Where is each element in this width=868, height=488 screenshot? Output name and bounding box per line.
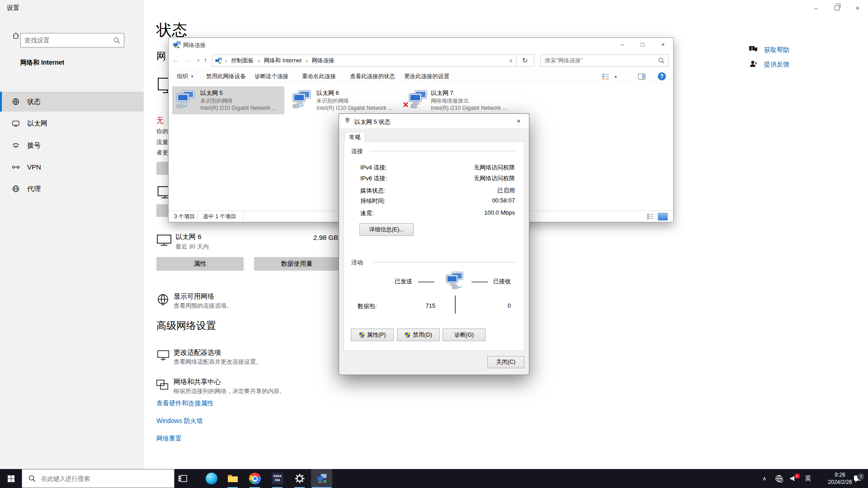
nc-search-box[interactable] xyxy=(540,54,669,67)
nc-minimize-button[interactable]: – xyxy=(612,38,632,51)
hardware-properties-link[interactable]: 查看硬件和连接属性 xyxy=(156,399,213,408)
connection-group-label: 连接 xyxy=(351,147,363,155)
warning-line-fragment: 你的 xyxy=(156,127,168,136)
nc-search-input[interactable] xyxy=(541,57,658,64)
adapter-ethernet6[interactable]: 以太网 6 未识别的网络 Intel(R) I210 Gigabit Netwo… xyxy=(288,86,401,114)
ethernet6-icon xyxy=(156,234,174,250)
network-adapter-icon xyxy=(407,89,429,110)
breadcrumb-network-internet[interactable]: 网络和 Internet xyxy=(263,57,302,65)
sidebar-proxy-label: 代理 xyxy=(27,185,41,193)
sidebar-item-vpn[interactable]: VPN xyxy=(0,157,144,177)
breadcrumb-separator: › xyxy=(302,57,311,64)
taskbar-sima-button[interactable]: SIMA RM xyxy=(267,469,288,488)
settings-search-input[interactable] xyxy=(21,37,113,44)
settings-close-button[interactable]: × xyxy=(847,0,868,15)
adapter-device: Intel(R) I210 Gigabit Network ... xyxy=(431,105,507,111)
file-explorer-icon xyxy=(227,473,239,484)
view-dropdown-icon[interactable]: ▼ xyxy=(614,75,618,79)
taskbar-chrome-button[interactable] xyxy=(244,469,265,488)
dialog-titlebar[interactable]: 以太网 5 状态 × xyxy=(339,114,529,128)
tray-show-hidden-icons-button[interactable]: ∧ xyxy=(759,469,770,488)
properties-button[interactable]: 属性 xyxy=(156,257,244,271)
uac-shield-icon xyxy=(405,332,410,338)
taskbar-search-input[interactable] xyxy=(40,475,174,483)
nav-history-chevron-icon[interactable]: ∨ xyxy=(197,58,200,63)
network-reset-link[interactable]: 网络重置 xyxy=(156,435,182,443)
forward-icon[interactable]: → xyxy=(185,56,192,64)
view-details-icon[interactable] xyxy=(602,73,609,80)
sharing-center-title[interactable]: 网络和共享中心 xyxy=(174,378,221,386)
dialog-diagnose-button[interactable]: 诊断(G) xyxy=(443,328,486,341)
activity-dash xyxy=(472,282,488,282)
data-usage-button[interactable]: 数据使用量 xyxy=(254,257,340,271)
get-help-link[interactable]: 获取帮助 xyxy=(764,46,789,54)
tray-language-indicator[interactable]: 英 xyxy=(801,469,815,488)
taskbar-file-explorer-button[interactable] xyxy=(222,469,243,488)
adapter-ethernet7[interactable]: × 以太网 7 网络电缆被拔出 Intel(R) I210 Gigabit Ne… xyxy=(403,86,515,114)
packets-received-value: 0 xyxy=(473,302,511,309)
adapter-options-title[interactable]: 更改适配器选项 xyxy=(174,348,221,357)
start-button[interactable] xyxy=(0,469,22,488)
tray-network-button[interactable] xyxy=(772,469,786,488)
toolbar-view-status[interactable]: 查看此连接的状态 xyxy=(350,69,395,84)
task-view-button[interactable] xyxy=(172,469,193,488)
breadcrumb[interactable]: › 控制面板 › 网络和 Internet › 网络连接 ∨ xyxy=(212,54,517,67)
up-icon[interactable]: ↑ xyxy=(204,56,208,64)
search-icon[interactable] xyxy=(113,37,120,44)
search-icon[interactable] xyxy=(658,57,665,64)
sima-rm-icon: SIMA RM xyxy=(272,473,283,484)
nc-close-button[interactable]: × xyxy=(653,38,673,51)
tab-general[interactable]: 常规 xyxy=(344,132,365,142)
address-dropdown-icon[interactable]: ∨ xyxy=(509,58,513,64)
sidebar-item-proxy[interactable]: 代理 xyxy=(0,179,144,199)
show-networks-title[interactable]: 显示可用网络 xyxy=(174,292,214,301)
taskbar-edge-button[interactable] xyxy=(201,469,222,488)
adapter-ethernet5[interactable]: 以太网 5 未识别的网络 Intel(R) I210 Gigabit Netwo… xyxy=(172,86,284,114)
taskbar-settings-button[interactable] xyxy=(289,469,310,488)
organize-menu[interactable]: 组织 ▼ xyxy=(177,69,194,84)
refresh-button[interactable]: ↻ xyxy=(516,54,534,67)
help-icon[interactable]: ? xyxy=(658,72,666,80)
ipv6-label: IPv6 连接: xyxy=(360,174,387,183)
toolbar-change-settings[interactable]: 更改此连接的设置 xyxy=(404,69,449,84)
dialog-title: 以太网 5 状态 xyxy=(354,118,390,126)
sidebar-item-status[interactable]: 状态 xyxy=(0,92,144,112)
sidebar-dialup-label: 拨号 xyxy=(27,141,41,150)
breadcrumb-control-panel[interactable]: 控制面板 xyxy=(230,57,255,65)
feedback-link[interactable]: 提供反馈 xyxy=(764,61,789,69)
sidebar-item-dialup[interactable]: 拨号 xyxy=(0,136,144,155)
taskbar-network-connections-button[interactable] xyxy=(311,469,332,488)
windows-firewall-link[interactable]: Windows 防火墙 xyxy=(156,417,203,425)
sidebar-item-ethernet[interactable]: 以太网 xyxy=(0,113,144,133)
nc-titlebar[interactable]: 网络连接 – □ × xyxy=(169,38,673,52)
toolbar-disable-device[interactable]: 禁用此网络设备 xyxy=(206,69,246,84)
details-view-toggle-icon[interactable] xyxy=(647,213,654,220)
large-icons-view-toggle-icon[interactable] xyxy=(658,213,668,221)
taskbar-search-box[interactable] xyxy=(22,469,175,488)
chevron-down-icon: ▼ xyxy=(190,75,194,79)
dialog-disable-button[interactable]: 禁用(D) xyxy=(397,328,440,341)
adapter-options-subtitle: 查看网络适配器并更改连接设置。 xyxy=(174,358,262,366)
breadcrumb-network-connections[interactable]: 网络连接 xyxy=(311,57,335,65)
ipv6-value: 无网络访问权限 xyxy=(474,174,515,183)
dialog-close-button[interactable]: × xyxy=(509,114,529,128)
organize-label: 组织 xyxy=(177,73,188,80)
breadcrumb-separator: › xyxy=(255,57,263,64)
toolbar-rename-connection[interactable]: 重命名此连接 xyxy=(302,69,336,84)
preview-pane-icon[interactable] xyxy=(638,73,646,80)
tray-time: 9:26 xyxy=(835,471,845,479)
settings-minimize-button[interactable]: – xyxy=(806,0,826,15)
packets-sent-value: 715 xyxy=(394,302,435,309)
nc-maximize-button[interactable]: □ xyxy=(632,38,653,51)
tray-volume-button[interactable]: × xyxy=(787,469,800,488)
back-icon[interactable]: ← xyxy=(172,56,179,64)
dialog-properties-button[interactable]: 属性(P) xyxy=(351,328,394,341)
toolbar-diagnose-connection[interactable]: 诊断这个连接 xyxy=(255,69,288,84)
details-button[interactable]: 详细信息(E)... xyxy=(359,223,414,236)
button-fragment xyxy=(156,204,168,217)
action-center-button[interactable]: 7 xyxy=(849,469,866,488)
activity-dash xyxy=(418,282,434,282)
settings-search-box[interactable] xyxy=(20,33,124,47)
settings-restore-button[interactable] xyxy=(826,0,847,15)
dialog-close-action-button[interactable]: 关闭(C) xyxy=(487,356,524,368)
